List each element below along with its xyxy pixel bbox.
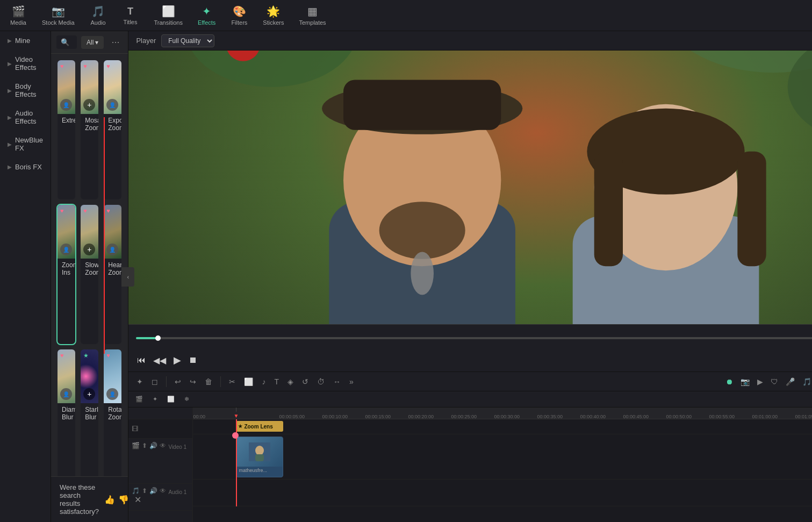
audio-mute-icon[interactable]: 🔊 [149, 487, 157, 495]
add-media-icon[interactable]: 🎬 [132, 442, 140, 449]
favorite-badge: ♥ [60, 352, 64, 359]
search-input-wrap[interactable]: 🔍 [56, 35, 77, 49]
video-player [128, 51, 812, 324]
effect-card-mosaic-zoom[interactable]: ♥ + Mosaic Zoom [81, 60, 98, 199]
extend-button[interactable]: ↔ [330, 376, 343, 388]
effect-card-starlike-blur[interactable]: ★ + Starlike Blur [81, 349, 98, 489]
play-button[interactable]: ▶ [173, 353, 182, 367]
audio-volume-icon[interactable]: 🔊 [149, 442, 157, 449]
sidebar-item-body-effects[interactable]: ▶ Body Effects [0, 77, 51, 104]
shield-button[interactable]: 🛡 [768, 376, 781, 388]
filter-all-button[interactable]: All ▾ [81, 36, 104, 49]
zoom-lens-clip[interactable]: ★ Zoom Lens [236, 421, 283, 432]
add-video-track[interactable]: 🎬 [133, 394, 146, 404]
nav-stock-media[interactable]: 📷 Stock Media [34, 3, 82, 28]
nav-templates[interactable]: ▦ Templates [291, 3, 333, 28]
undo-button[interactable]: ↩ [172, 376, 184, 388]
transform-button[interactable]: ◈ [285, 376, 296, 388]
sidebar-item-audio-effects[interactable]: ▶ Audio Effects [0, 104, 51, 131]
audio-solo-icon[interactable]: 👁 [160, 487, 166, 495]
ruler-label-50s: 00:00:50:00 [666, 414, 692, 419]
crop-button[interactable]: ⬜ [241, 376, 256, 388]
effect-card-exposure-zoom[interactable]: ♥ 👤 Exposure Zoom [104, 60, 121, 199]
avatar-icon: 👤 [60, 99, 72, 111]
mic-button[interactable]: 🎤 [783, 376, 797, 388]
effect-card-zoom-ins[interactable]: ♥ 👤 Zoom Ins [58, 205, 75, 344]
titles-icon: T [127, 6, 133, 17]
freeze-track[interactable]: ❄ [182, 394, 192, 404]
quality-select[interactable]: Full Quality 1/2 Quality 1/4 Quality [161, 34, 214, 47]
nav-audio[interactable]: 🎵 Audio [82, 3, 114, 28]
frame-back-button[interactable]: ◀◀ [152, 354, 167, 367]
video-track-label-row: 🎬 ⬆ 🔊 👁 Video 1 [128, 439, 192, 484]
sidebar-item-mine[interactable]: ▶ Mine [0, 31, 51, 50]
sidebar-item-newblue-fx[interactable]: ▶ NewBlue FX [0, 131, 51, 158]
record-button[interactable]: ⏺ [723, 376, 736, 388]
title-button[interactable]: T [271, 376, 282, 388]
audio-import-icon[interactable]: ⬆ [142, 487, 147, 495]
nav-titles[interactable]: T Titles [114, 4, 147, 27]
play-tl-button[interactable]: ▶ [754, 376, 766, 388]
more-options-button[interactable]: ··· [108, 35, 123, 49]
effect-card-diamond-blur[interactable]: ♥ 👤 Diamond Blur [58, 349, 75, 489]
audio-detach-button[interactable]: ♪ [259, 376, 268, 388]
thumbs-up-button[interactable]: 👍 [104, 495, 115, 505]
progress-fill [136, 337, 157, 339]
ruler-label-30s: 00:00:30:00 [494, 414, 520, 419]
thumbs-down-button[interactable]: 👎 [118, 495, 129, 505]
nav-filters[interactable]: 🎨 Filters [223, 3, 255, 28]
nav-effects[interactable]: ✦ Effects [190, 3, 223, 28]
effects-grid: ♥ 👤 Extreme ♥ + Mosaic Zoom ♥ 👤 Exp [51, 54, 128, 495]
add-pip-track[interactable]: ⬜ [164, 394, 177, 404]
stop-button[interactable]: ⏹ [188, 354, 198, 366]
video-clip-label: matheusfre... [236, 467, 283, 474]
effect-card-rotary-zoom[interactable]: ♥ 👤 Rotary Zoom [104, 349, 121, 489]
add-effect-button[interactable]: + [83, 244, 95, 255]
sidebar-item-video-effects[interactable]: ▶ Video Effects [0, 50, 51, 77]
nav-media[interactable]: 🎬 Media [2, 3, 34, 28]
playhead-triangle: ▼ [233, 413, 239, 419]
svg-rect-24 [255, 454, 264, 461]
progress-bar[interactable] [136, 337, 812, 339]
delete-button[interactable]: 🗑 [202, 376, 215, 388]
svg-rect-13 [343, 80, 501, 130]
audio-track-row [193, 480, 812, 506]
more-tools-button[interactable]: » [347, 376, 356, 388]
import-icon[interactable]: ⬆ [142, 442, 147, 449]
feedback-close-button[interactable]: ✕ [134, 495, 141, 505]
progress-bar-wrap[interactable] [136, 337, 812, 339]
visibility-icon[interactable]: 👁 [160, 442, 166, 449]
split-button[interactable]: ✂ [226, 376, 238, 388]
effect-name-zoom: Zoom Ins [58, 259, 75, 279]
progress-thumb[interactable] [155, 335, 161, 341]
effect-card-heart-zoom[interactable]: ♥ 👤 Heart Zoom [104, 205, 121, 344]
audio-add-icon[interactable]: 🎵 [132, 487, 140, 495]
effect-name-mosaic: Mosaic Zoom [81, 114, 98, 134]
effect-card-slow-zoom[interactable]: ♥ + Slow Zoom [81, 205, 98, 344]
avatar-icon: 👤 [60, 244, 72, 255]
effect-name-diamond: Diamond Blur [58, 403, 75, 424]
skip-back-button[interactable]: ⏮ [136, 354, 147, 366]
speed-button[interactable]: ⏱ [314, 376, 327, 388]
collapse-panel-button[interactable]: ‹ [121, 267, 134, 287]
nav-transitions[interactable]: ⬜ Transitions [147, 3, 190, 28]
effect-card-extreme[interactable]: ♥ 👤 Extreme [58, 60, 75, 199]
timeline-toolbar: ✦ ◻ ↩ ↪ 🗑 ✂ ⬜ ♪ T ◈ ↺ ⏱ ↔ » ⏺ 📷 ▶ [128, 372, 812, 391]
newblue-fx-label: NewBlue FX [15, 136, 43, 152]
nav-stickers[interactable]: 🌟 Stickers [255, 3, 291, 28]
timeline-area: ✦ ◻ ↩ ↪ 🗑 ✂ ⬜ ♪ T ◈ ↺ ⏱ ↔ » ⏺ 📷 ▶ [128, 371, 812, 522]
rotate-button[interactable]: ↺ [299, 376, 311, 388]
redo-button[interactable]: ↪ [187, 376, 199, 388]
select-tool-button[interactable]: ◻ [149, 376, 161, 388]
add-track-button[interactable]: ✦ [134, 376, 146, 388]
music-button[interactable]: 🎵 [800, 376, 812, 388]
sidebar-item-boris-fx[interactable]: ▶ Boris FX [0, 158, 51, 176]
camera-button[interactable]: 📷 [738, 376, 752, 388]
add-effect-button[interactable]: + [83, 388, 95, 400]
avatar-icon: 👤 [60, 388, 72, 400]
add-effect-button[interactable]: + [83, 99, 95, 111]
body-effects-arrow-icon: ▶ [8, 88, 12, 94]
favorite-badge: ♥ [60, 63, 64, 69]
add-effect-track[interactable]: ✦ [150, 394, 160, 404]
video-clip[interactable]: matheusfre... [236, 437, 283, 477]
